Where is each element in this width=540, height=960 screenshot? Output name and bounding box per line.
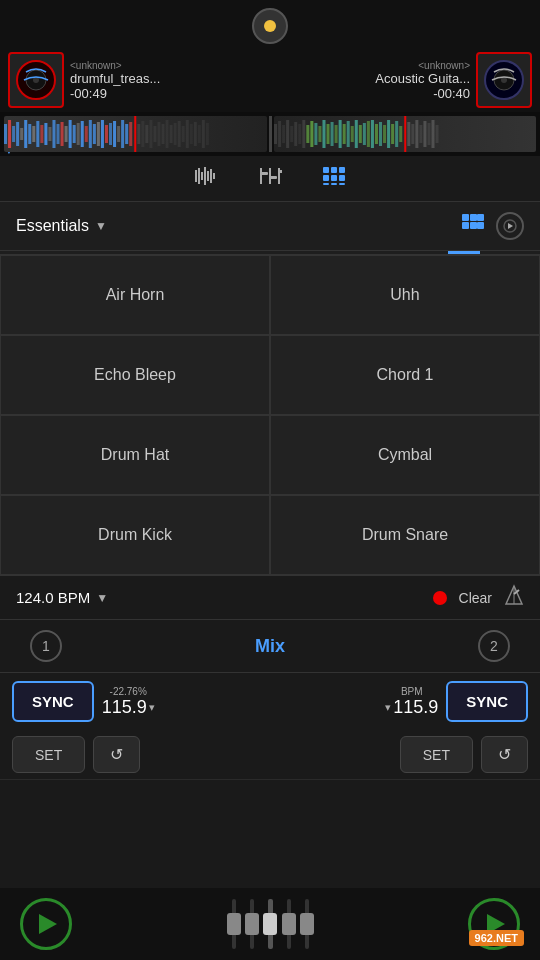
- svg-rect-35: [121, 120, 124, 148]
- crossfader-thumb[interactable]: [263, 913, 277, 935]
- clear-button[interactable]: Clear: [459, 590, 492, 606]
- waveform-left[interactable]: [4, 116, 267, 152]
- svg-rect-83: [374, 124, 377, 144]
- fader-thumb-2[interactable]: [245, 913, 259, 935]
- fader-track-2[interactable]: [250, 899, 254, 949]
- svg-rect-25: [81, 121, 84, 147]
- svg-rect-101: [204, 167, 206, 185]
- bpm-label[interactable]: 124.0 BPM ▼: [16, 589, 108, 606]
- category-grid-btn[interactable]: [462, 214, 484, 239]
- crossfader-track[interactable]: [268, 899, 273, 949]
- play-left-icon: [39, 914, 57, 934]
- svg-rect-70: [322, 120, 325, 148]
- svg-rect-27: [89, 120, 92, 148]
- category-label[interactable]: Essentials ▼: [16, 217, 107, 235]
- svg-rect-125: [477, 222, 484, 229]
- fader-thumb-3[interactable]: [282, 913, 296, 935]
- svg-rect-108: [269, 176, 277, 179]
- metronome-icon[interactable]: [504, 584, 524, 611]
- svg-rect-17: [48, 127, 51, 141]
- category-play-btn[interactable]: [496, 212, 524, 240]
- deck-left-time: -00:49: [70, 86, 266, 101]
- sampler-cell-drum-hat[interactable]: Drum Hat: [0, 415, 270, 495]
- deck-left-album[interactable]: [8, 52, 64, 108]
- fader-track-4[interactable]: [305, 899, 309, 949]
- bpm-val-right: ▾ 115.9: [385, 697, 438, 718]
- waveform-view-icon[interactable]: [194, 166, 218, 191]
- sync-right-button[interactable]: SYNC: [446, 681, 528, 722]
- svg-rect-91: [411, 124, 414, 144]
- svg-rect-50: [182, 126, 185, 142]
- svg-rect-49: [178, 121, 181, 147]
- record-button[interactable]: [433, 591, 447, 605]
- svg-rect-90: [407, 122, 410, 146]
- crossfader-dot[interactable]: [252, 8, 288, 44]
- svg-rect-55: [202, 120, 205, 148]
- sync-left: SYNC -22.76% 115.9 ▾: [12, 681, 155, 722]
- fader-track-3[interactable]: [287, 899, 291, 949]
- mix-tab-1[interactable]: 1: [30, 630, 62, 662]
- bpm-arrow-left: ▾: [149, 701, 155, 714]
- sampler-cell-air-horn[interactable]: Air Horn: [0, 255, 270, 335]
- fader-thumb-4[interactable]: [300, 913, 314, 935]
- svg-rect-84: [379, 122, 382, 146]
- svg-rect-28: [93, 124, 96, 144]
- sampler-cell-drum-snare[interactable]: Drum Snare: [270, 495, 540, 575]
- dot-inner: [264, 20, 276, 32]
- bpm-display-right: BPM ▾ 115.9: [385, 686, 438, 718]
- svg-rect-100: [201, 172, 203, 180]
- deck-right-album[interactable]: [476, 52, 532, 108]
- svg-rect-82: [370, 120, 373, 148]
- rotate-right-button[interactable]: ↺: [481, 736, 528, 773]
- mix-tab-2[interactable]: 2: [478, 630, 510, 662]
- deck-right-info: <unknown> Acoustic Guita... -00:40: [274, 60, 470, 101]
- sampler-cell-chord1[interactable]: Chord 1: [270, 335, 540, 415]
- sampler-cell-echo-bleep[interactable]: Echo Bleep: [0, 335, 270, 415]
- sync-left-button[interactable]: SYNC: [12, 681, 94, 722]
- deck-left-unknown: <unknown>: [70, 60, 266, 71]
- svg-rect-99: [198, 168, 200, 184]
- svg-rect-60: [286, 120, 289, 148]
- svg-rect-63: [298, 124, 301, 144]
- fader-thumb-1[interactable]: [227, 913, 241, 935]
- svg-rect-95: [427, 123, 430, 145]
- svg-rect-37: [129, 122, 132, 146]
- svg-rect-69: [318, 126, 321, 142]
- svg-rect-18: [52, 120, 55, 148]
- waveform-area: ▼: [0, 112, 540, 156]
- bpm-right: Clear: [433, 584, 524, 611]
- svg-rect-51: [186, 120, 189, 148]
- svg-rect-79: [358, 125, 361, 143]
- sampler-cell-cymbal[interactable]: Cymbal: [270, 415, 540, 495]
- sampler-cell-drum-kick[interactable]: Drum Kick: [0, 495, 270, 575]
- bpm-label-right: BPM: [401, 686, 423, 697]
- rotate-left-button[interactable]: ↺: [93, 736, 140, 773]
- svg-rect-41: [145, 125, 148, 143]
- svg-rect-116: [339, 175, 345, 181]
- waveform-right[interactable]: [274, 116, 537, 152]
- deck-left: <unknown> drumful_treas... -00:49: [8, 52, 266, 108]
- set-left-button[interactable]: SET: [12, 736, 85, 773]
- svg-rect-10: [20, 128, 23, 140]
- svg-rect-123: [462, 222, 469, 229]
- svg-rect-92: [415, 120, 418, 148]
- sync-row: SYNC -22.76% 115.9 ▾ BPM ▾ 115.9 SYNC: [0, 673, 540, 730]
- svg-rect-15: [40, 125, 43, 143]
- svg-rect-52: [190, 124, 193, 144]
- svg-rect-38: [134, 116, 136, 152]
- sampler-cell-uhh[interactable]: Uhh: [270, 255, 540, 335]
- album-art-right: [484, 60, 524, 100]
- svg-rect-42: [149, 120, 152, 148]
- play-left-button[interactable]: [20, 898, 72, 950]
- mix-label[interactable]: Mix: [255, 636, 285, 657]
- svg-rect-22: [69, 120, 72, 148]
- set-right-button[interactable]: SET: [400, 736, 473, 773]
- grid-view-icon[interactable]: [322, 166, 346, 191]
- svg-rect-33: [113, 121, 116, 147]
- svg-rect-115: [331, 175, 337, 181]
- fader-track-1[interactable]: [232, 899, 236, 949]
- mixer-view-icon[interactable]: [258, 166, 282, 191]
- svg-rect-98: [195, 170, 197, 182]
- svg-rect-61: [290, 126, 293, 142]
- svg-rect-56: [206, 123, 209, 145]
